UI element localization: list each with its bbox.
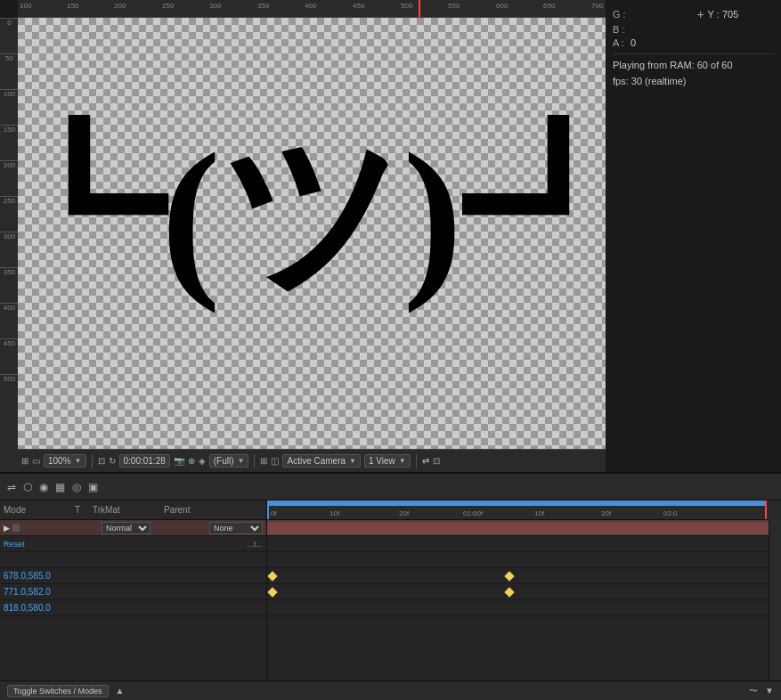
col-t: T <box>75 505 93 515</box>
camera-arrow: ▼ <box>349 457 356 465</box>
ellipsis-label: ...t... <box>247 540 263 549</box>
mask-display-icon[interactable]: ◫ <box>271 456 279 466</box>
ruler-playhead <box>419 0 420 18</box>
viewer-panel: 100 150 200 250 300 350 400 450 500 550 … <box>18 0 606 472</box>
track-row-6[interactable] <box>267 600 781 616</box>
sync-icon[interactable]: ⇄ <box>422 456 429 466</box>
zoom-arrow: ▼ <box>75 457 82 465</box>
mask-icon[interactable]: ▣ <box>88 481 98 493</box>
layer-color-swatch <box>12 525 20 532</box>
playing-info-2: fps: 30 (realtime) <box>613 76 774 86</box>
solo-icon[interactable]: ◉ <box>39 481 48 493</box>
frame-icon[interactable]: ⊡ <box>98 456 105 466</box>
vertical-scrollbar[interactable] <box>769 520 781 680</box>
camera-select[interactable]: Active Camera ▼ <box>282 454 361 468</box>
a-row: A : 0 <box>613 37 774 48</box>
keyframe-5-mid[interactable] <box>504 587 514 597</box>
track-row-4[interactable] <box>267 568 781 584</box>
keyframe-5-start[interactable] <box>267 587 277 597</box>
playing-info-1: Playing from RAM: 60 of 60 <box>613 60 774 70</box>
quality-arrow: ▼ <box>238 457 245 465</box>
y-value: Y : 705 <box>708 9 774 20</box>
down-arrow-icon: ▼ <box>765 686 774 696</box>
parent-select[interactable]: None <box>209 522 263 534</box>
time-playhead <box>267 501 269 519</box>
col-trkmat: TrkMat <box>93 505 164 515</box>
mode-select[interactable]: Normal <box>102 522 151 534</box>
camera-motion-icon[interactable]: ↻ <box>109 456 116 466</box>
layer-row-1[interactable]: ▶ Normal None <box>0 520 266 536</box>
layer-row-3[interactable] <box>0 552 266 568</box>
toggle-switches-button[interactable]: Toggle Switches / Modes <box>7 685 109 697</box>
plus-button[interactable]: + <box>696 7 704 21</box>
coord-3: 818.0,580.0 <box>4 603 51 613</box>
tick-01-00f: 01:00f <box>463 509 483 517</box>
wave-icon: 〜 <box>749 685 758 697</box>
motion-icon[interactable]: ◎ <box>72 481 81 493</box>
tick-10f-1: 10f <box>329 509 339 517</box>
artwork-display: ┗(ツ)┛ <box>18 126 606 305</box>
tick-0f: 0f <box>271 509 277 517</box>
checkerboard-bg: ┗(ツ)┛ <box>18 18 606 449</box>
tick-20f-1: 20f <box>399 509 409 517</box>
ruler-top: 100 150 200 250 300 350 400 450 500 550 … <box>18 0 606 18</box>
timeline-section: ⇌ ⬡ ◉ ▦ ◎ ▣ Mode T TrkMat Parent 0f 10f … <box>0 472 781 700</box>
region-icon[interactable]: ⊞ <box>260 456 267 466</box>
color-icon[interactable]: ⊕ <box>188 456 195 466</box>
view-arrow: ▼ <box>399 457 406 465</box>
g-label: G : <box>613 9 630 20</box>
ruler-left: 0 50 100 150 200 250 300 350 400 450 500 <box>0 18 18 472</box>
coord-2: 771.0,582.0 <box>4 587 51 597</box>
timeline-header-area: Mode T TrkMat Parent 0f 10f 20f 01:00f 1… <box>0 501 781 520</box>
track-row-1[interactable] <box>267 520 781 536</box>
a-value: 0 <box>630 37 774 48</box>
track-row-3[interactable] <box>267 552 781 568</box>
up-arrow-icon: ▲ <box>116 686 125 696</box>
layer-area: ▶ Normal None Reset ...t... <box>0 520 781 680</box>
info-divider <box>613 53 774 54</box>
layer-row-6[interactable]: 818.0,580.0 <box>0 600 266 616</box>
sep3 <box>416 454 417 468</box>
tick-10f-2: 10f <box>534 509 544 517</box>
zoom-select[interactable]: 100% ▼ <box>44 454 86 468</box>
layer-row-2[interactable]: Reset ...t... <box>0 536 266 552</box>
timeline-toolbar: ⇌ ⬡ ◉ ▦ ◎ ▣ <box>0 474 781 501</box>
timecode-display[interactable]: 0:00:01:28 <box>119 454 170 468</box>
layer-row-4[interactable]: 678.0,585.0 <box>0 568 266 584</box>
viewer-toolbar: ⊞ ▭ 100% ▼ ⊡ ↻ 0:00:01:28 📷 ⊕ ◈ (Full) ▼… <box>18 449 606 472</box>
quality-btn-icon[interactable]: ◈ <box>199 456 206 466</box>
maximize-icon[interactable]: ⊡ <box>433 456 440 466</box>
snapshot-icon[interactable]: 📷 <box>174 456 184 466</box>
end-marker <box>765 501 767 519</box>
col-mode: Mode <box>4 505 75 515</box>
time-ruler[interactable]: 0f 10f 20f 01:00f 10f 20f 02:0 <box>267 501 767 520</box>
camera-label: Active Camera <box>287 456 346 466</box>
sep1 <box>92 454 93 468</box>
3d-icon[interactable]: ⬡ <box>23 481 32 493</box>
coord-1: 678.0,585.0 <box>4 571 51 581</box>
keyframe-4-mid[interactable] <box>504 571 514 581</box>
viewer-home-icon[interactable]: ⊞ <box>21 456 28 466</box>
track-row-5[interactable] <box>267 584 781 600</box>
tick-20f-2: 20f <box>601 509 611 517</box>
track-area <box>267 520 781 680</box>
track-row-2[interactable] <box>267 536 781 552</box>
keyframe-4-start[interactable] <box>267 571 277 581</box>
quality-select[interactable]: (Full) ▼ <box>209 454 249 468</box>
viewer-screen-icon[interactable]: ▭ <box>32 456 40 466</box>
b-row: B : <box>613 24 774 35</box>
left-column-headers: Mode T TrkMat Parent <box>0 501 267 520</box>
switch-icon[interactable]: ⇌ <box>7 481 16 493</box>
g-row: G : + Y : 705 <box>613 7 774 21</box>
reset-label: Reset <box>4 540 240 549</box>
col-parent: Parent <box>164 505 253 515</box>
tick-02-0: 02:0 <box>663 509 678 517</box>
layer-row-5[interactable]: 771.0,582.0 <box>0 584 266 600</box>
b-label: B : <box>613 24 630 35</box>
comp-icon[interactable]: ▦ <box>55 481 65 493</box>
view-select[interactable]: 1 View ▼ <box>364 454 411 468</box>
a-label: A : <box>613 37 630 48</box>
layer-left-panel: ▶ Normal None Reset ...t... <box>0 520 267 680</box>
canvas-area: ┗(ツ)┛ <box>18 18 606 449</box>
time-ruler-bar <box>267 501 767 506</box>
